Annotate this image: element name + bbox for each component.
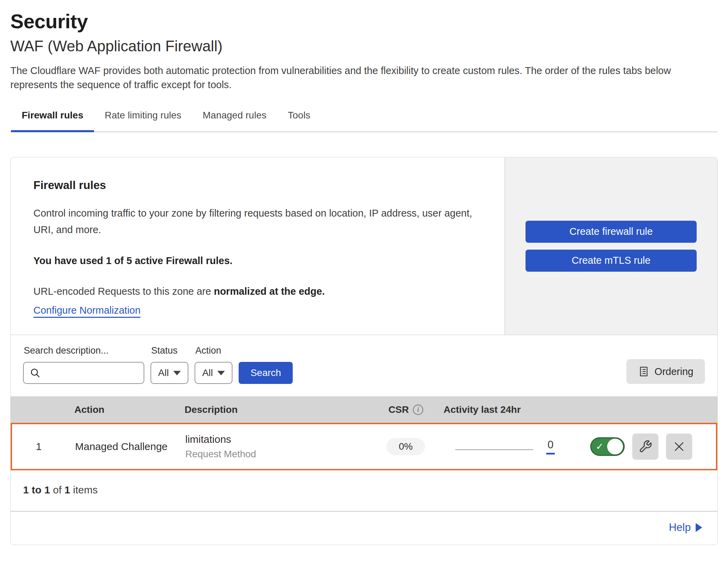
items-count-total: 1 [64,484,70,495]
page-description: The Cloudflare WAF provides both automat… [10,64,718,92]
status-dropdown-value: All [158,367,169,378]
firewall-rules-card: Firewall rules Control incoming traffic … [10,157,718,545]
filter-toolbar: Search description... Status All Action [11,335,717,396]
search-box[interactable] [23,362,144,384]
normalization-note-text: URL-encoded Requests to this zone are [33,286,214,297]
check-icon: ✓ [596,441,604,452]
search-label: Search description... [24,345,144,356]
card-intro-section: Firewall rules Control incoming traffic … [11,157,717,335]
list-icon [638,366,649,377]
activity-count-link[interactable]: 0 [546,439,555,455]
rule-description-cell: limitations Request Method [179,434,380,460]
chevron-down-icon [217,371,225,375]
intro-text-column: Firewall rules Control incoming traffic … [11,157,505,335]
column-header-csr: CSR i [382,404,444,415]
help-link-label: Help [669,521,691,534]
search-button[interactable]: Search [239,362,293,384]
column-header-csr-label: CSR [388,404,409,415]
rule-activity-cell: 0 [442,439,590,455]
ordering-button-label: Ordering [655,366,694,377]
column-header-activity: Activity last 24hr [444,404,592,415]
page-subtitle: WAF (Web Application Firewall) [10,38,718,55]
table-row: 1 Managed Challenge limitations Request … [11,423,717,470]
actions-panel: Create firewall rule Create mTLS rule [505,157,717,335]
help-row: Help [11,511,717,545]
column-header-description: Description [178,404,382,415]
page-title: Security [10,10,718,33]
normalization-note-bold: normalized at the edge. [214,286,325,297]
search-input[interactable] [45,368,167,378]
rule-expression: Request Method [185,449,380,460]
activity-sparkline [455,449,533,450]
status-label: Status [151,345,188,356]
tab-firewall-rules[interactable]: Firewall rules [11,106,94,132]
search-filter-group: Search description... [23,345,144,384]
ordering-button[interactable]: Ordering [626,359,705,384]
action-filter-group: Action All [195,345,232,384]
csr-badge: 0% [386,438,425,455]
waf-tab-bar: Firewall rules Rate limiting rules Manag… [10,106,718,132]
arrow-right-icon [696,523,702,532]
action-dropdown-value: All [202,367,213,378]
panel-description: Control incoming traffic to your zone by… [33,205,484,238]
action-label: Action [195,345,232,356]
edit-rule-button[interactable] [632,434,658,460]
column-header-action: Action [64,404,178,415]
rule-enabled-toggle[interactable]: ✓ [590,437,625,456]
normalization-note: URL-encoded Requests to this zone are no… [33,286,484,297]
items-count-of: of [50,484,64,495]
search-icon [29,367,41,379]
create-mtls-rule-button[interactable]: Create mTLS rule [526,250,697,272]
items-count: 1 to 1 of 1 items [11,470,717,511]
action-dropdown[interactable]: All [195,362,232,384]
rule-controls-cell: ✓ [590,434,716,460]
status-dropdown[interactable]: All [150,362,188,384]
items-count-range: 1 to 1 [23,484,50,495]
rule-action: Managed Challenge [65,441,179,452]
tab-tools[interactable]: Tools [277,106,321,132]
usage-summary: You have used 1 of 5 active Firewall rul… [33,255,484,267]
toggle-knob [607,439,623,455]
chevron-down-icon [173,371,181,375]
rules-table-header: Action Description CSR i Activity last 2… [11,396,717,423]
tab-managed-rules[interactable]: Managed rules [192,106,277,132]
tab-rate-limiting-rules[interactable]: Rate limiting rules [94,106,192,132]
help-link[interactable]: Help [669,521,702,534]
create-firewall-rule-button[interactable]: Create firewall rule [526,221,697,243]
items-count-suffix: items [70,484,98,495]
configure-normalization-link[interactable]: Configure Normalization [33,305,141,316]
delete-rule-button[interactable] [666,434,692,460]
panel-heading: Firewall rules [33,179,484,192]
status-filter-group: Status All [150,345,188,384]
rule-description[interactable]: limitations [185,434,380,445]
wrench-icon [638,440,652,453]
rule-priority: 1 [12,441,65,452]
close-icon [673,440,686,453]
info-icon[interactable]: i [413,405,423,415]
rule-csr-cell: 0% [380,438,442,455]
